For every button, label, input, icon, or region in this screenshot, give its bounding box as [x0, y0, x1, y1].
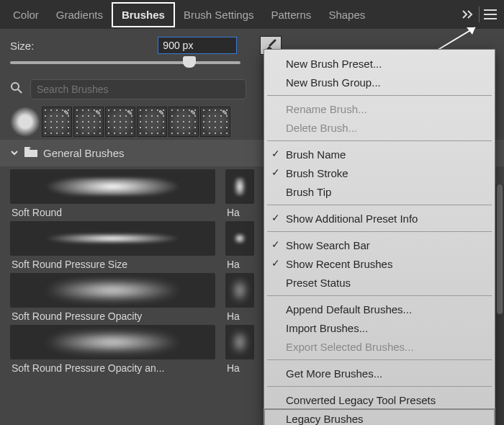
flyout-menu-icon[interactable]	[481, 5, 500, 24]
menu-item-label: New Brush Preset...	[286, 58, 382, 70]
menu-separator	[267, 386, 492, 387]
checkmark-icon: ✓	[271, 257, 280, 269]
menu-separator	[267, 295, 492, 296]
recent-brush-thumb[interactable]: ✎	[168, 107, 199, 137]
tab-color[interactable]: Color	[4, 2, 48, 27]
recent-brush-thumb[interactable]: ✎	[42, 107, 72, 137]
menu-item-label: Preset Status	[286, 277, 351, 289]
brush-name: Ha	[225, 362, 254, 374]
menu-item-label: New Brush Group...	[286, 76, 381, 89]
menu-item-label: Brush Tip	[286, 186, 331, 198]
recent-brush-thumb[interactable]: ✎	[200, 107, 230, 137]
checkmark-icon: ✓	[271, 166, 280, 178]
menu-separator	[267, 95, 492, 96]
menu-item-label: Brush Stroke	[286, 167, 348, 179]
menu-item[interactable]: Import Brushes...	[264, 318, 495, 337]
recent-brush-thumb[interactable]: ✎	[137, 107, 167, 137]
menu-separator	[267, 140, 492, 141]
menu-item-label: Show Search Bar	[286, 239, 370, 251]
recent-brush-thumb[interactable]: ✎	[73, 107, 104, 137]
checkmark-icon: ✓	[271, 238, 280, 250]
flyout-menu: New Brush Preset...New Brush Group...Ren…	[264, 49, 495, 425]
menu-item: Delete Brush...	[264, 118, 495, 137]
brush-name: Ha	[225, 207, 254, 218]
folder-icon	[24, 147, 37, 159]
menu-item-label: Delete Brush...	[286, 122, 357, 134]
size-slider-thumb[interactable]	[183, 56, 196, 68]
menu-item-label: Append Default Brushes...	[286, 303, 412, 316]
search-input[interactable]	[30, 79, 246, 99]
menu-item-label: Legacy Brushes	[286, 413, 364, 425]
menu-item[interactable]: ✓Show Additional Preset Info	[264, 209, 495, 228]
recent-brush-thumb[interactable]	[10, 107, 40, 137]
brush-name: Soft Round	[10, 207, 215, 218]
menu-item-label: Show Recent Brushes	[286, 258, 392, 270]
brush-name: Soft Round Pressure Size	[10, 259, 215, 270]
menu-item: Export Selected Brushes...	[264, 337, 495, 356]
menu-separator	[267, 359, 492, 360]
menu-item[interactable]: ✓Show Recent Brushes	[264, 254, 495, 273]
tab-patterns[interactable]: Patterns	[263, 2, 320, 27]
menu-item[interactable]: Get More Brushes...	[264, 364, 495, 382]
svg-line-1	[18, 89, 22, 93]
size-input[interactable]	[158, 37, 237, 54]
search-icon	[10, 81, 23, 97]
menu-item[interactable]: ✓Show Search Bar	[264, 236, 495, 254]
chevron-down-icon	[10, 147, 19, 159]
tab-brushes[interactable]: Brushes	[112, 2, 175, 27]
menu-item-label: Import Brushes...	[286, 322, 368, 334]
checkmark-icon: ✓	[271, 148, 280, 159]
menu-item-label: Export Selected Brushes...	[286, 341, 414, 353]
menu-item-label: Get More Brushes...	[286, 367, 382, 380]
menu-separator	[267, 231, 492, 232]
menu-item[interactable]: ✓Brush Stroke	[264, 164, 495, 182]
brush-name: Soft Round Pressure Opacity an...	[10, 362, 215, 374]
menu-item[interactable]: New Brush Preset...	[264, 54, 495, 73]
checkmark-icon: ✓	[271, 212, 280, 223]
menu-item: Rename Brush...	[264, 99, 495, 118]
brush-name: Ha	[225, 310, 254, 322]
tab-brush-settings[interactable]: Brush Settings	[175, 2, 263, 27]
scrollbar[interactable]	[495, 184, 504, 425]
menu-item[interactable]: Legacy Brushes	[264, 409, 495, 425]
menu-item[interactable]: New Brush Group...	[264, 73, 495, 91]
divider	[479, 6, 480, 22]
menu-item-label: Rename Brush...	[286, 103, 367, 115]
panel-tabs: Color Gradients Brushes Brush Settings P…	[0, 0, 504, 29]
size-slider[interactable]	[10, 56, 240, 69]
menu-item[interactable]: Append Default Brushes...	[264, 300, 495, 318]
svg-point-0	[12, 83, 19, 90]
tab-shapes[interactable]: Shapes	[320, 2, 374, 27]
brush-group-title: General Brushes	[43, 147, 125, 159]
brush-name: Ha	[225, 259, 254, 270]
menu-item[interactable]: Converted Legacy Tool Presets	[264, 390, 495, 409]
scrollbar-thumb[interactable]	[497, 184, 503, 314]
recent-brush-thumb[interactable]: ✎	[105, 107, 135, 137]
size-label: Size:	[10, 40, 34, 52]
menu-item[interactable]: ✓Brush Name	[264, 145, 495, 164]
menu-separator	[267, 205, 492, 205]
menu-item-label: Show Additional Preset Info	[286, 212, 418, 225]
menu-item[interactable]: Preset Status	[264, 273, 495, 292]
overflow-icon[interactable]	[459, 5, 477, 24]
menu-item[interactable]: Brush Tip	[264, 182, 495, 201]
tab-gradients[interactable]: Gradients	[48, 2, 112, 27]
brush-name: Soft Round Pressure Opacity	[10, 310, 215, 322]
menu-item-label: Converted Legacy Tool Presets	[286, 394, 436, 406]
menu-item-label: Brush Name	[286, 148, 346, 161]
